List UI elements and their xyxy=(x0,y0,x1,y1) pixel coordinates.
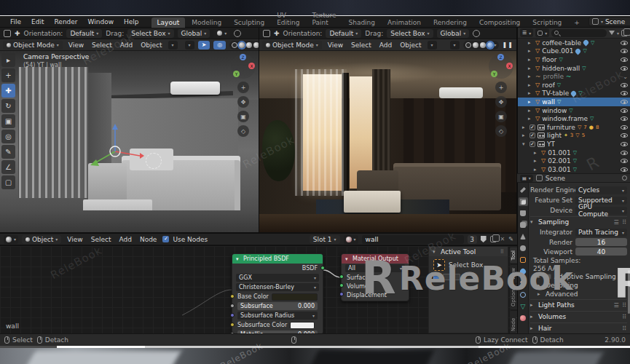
tab-object-data-properties[interactable]: ▽ xyxy=(519,302,528,311)
viewport-right[interactable]: ✚ Orientation: Default▾ Drag: Select Box… xyxy=(259,28,517,233)
shader-node-canvas[interactable]: ▾Principled BSDF BSDF GGX▾ Christensen-B… xyxy=(0,246,517,333)
subsurface-socket[interactable] xyxy=(230,304,235,308)
subsurface-color-swatch[interactable] xyxy=(290,322,315,329)
expand-icon[interactable]: ▸ xyxy=(528,66,533,71)
expand-icon[interactable]: ▸ xyxy=(534,158,539,164)
render-samples-field[interactable]: 16 xyxy=(575,238,627,246)
fake-user-icon[interactable] xyxy=(481,236,487,242)
tab-tool[interactable]: Tool xyxy=(510,248,517,264)
rendered-shading-icon[interactable] xyxy=(487,42,493,48)
menu-view[interactable]: View xyxy=(65,236,84,243)
tab-sculpting[interactable]: Sculpting xyxy=(228,17,270,28)
subsurface-method-dropdown[interactable]: Christensen-Burley▾ xyxy=(236,283,319,291)
scene-selector[interactable]: ▾ Scene ✕ xyxy=(588,17,630,26)
hide-toggle[interactable] xyxy=(621,41,628,45)
node-header[interactable]: ▾Principled BSDF xyxy=(232,254,323,264)
slot-dropdown[interactable]: Slot 1▾ xyxy=(310,235,340,244)
collection-checkbox[interactable]: ✓ xyxy=(529,124,535,130)
transform-orientation-chip[interactable]: ▾ xyxy=(428,41,437,50)
zoom-button[interactable]: + xyxy=(237,82,249,93)
material-shading-icon[interactable] xyxy=(246,42,252,48)
expand-icon[interactable]: ▸ xyxy=(528,82,533,88)
wireframe-shading-icon[interactable] xyxy=(465,42,471,48)
hair-panel-header[interactable]: ▸Hair ⠿ xyxy=(530,323,627,333)
menu-select[interactable]: Select xyxy=(349,41,374,49)
pan-button[interactable]: ✥ xyxy=(237,96,249,108)
subsurface-radius-socket[interactable] xyxy=(230,313,235,317)
rotate-tool[interactable]: ↻ xyxy=(1,99,15,113)
base-color-swatch[interactable] xyxy=(272,293,318,301)
expand-icon[interactable]: ▸ xyxy=(528,74,533,79)
move-tool[interactable]: ✚ xyxy=(1,84,15,98)
outliner-item-cube-001[interactable]: ▸▽ Cube.001 ▽ xyxy=(518,47,630,56)
outliner-item-01-001[interactable]: ▸▽ 01.001 ▽ xyxy=(518,149,630,157)
viewport-render-canvas[interactable]: X Y Z + ✥ ▣ ◇ xyxy=(259,51,516,232)
tab-texture-paint[interactable]: Texture Paint xyxy=(307,10,342,28)
drag-dropdown[interactable]: Select Box▾ xyxy=(387,29,433,38)
scale-tool[interactable]: ▣ xyxy=(1,114,15,128)
expand-icon[interactable]: ▸ xyxy=(528,57,533,63)
menu-object[interactable]: Object xyxy=(138,41,164,49)
hide-toggle[interactable] xyxy=(621,167,628,172)
panel-options-icon[interactable]: ⠿ xyxy=(622,314,627,320)
menu-node[interactable]: Node xyxy=(138,236,160,243)
camera-view-button[interactable]: ▣ xyxy=(237,111,249,122)
subsurface-color-socket[interactable] xyxy=(230,323,235,327)
collapse-icon[interactable]: ▾ xyxy=(522,141,527,147)
subsurface-radius-dropdown[interactable]: Subsurface Radius▾ xyxy=(237,312,318,320)
outliner-item-roof[interactable]: ▸▽ roof ▽ xyxy=(518,81,630,90)
visibility-dropdown[interactable]: ▾ xyxy=(185,41,194,50)
tab-tool-properties[interactable] xyxy=(519,186,528,194)
material-shading-icon[interactable] xyxy=(480,42,486,48)
gizmo-toggle[interactable]: ➤ xyxy=(198,41,210,50)
volume-socket[interactable] xyxy=(339,283,344,288)
overlays-toggle[interactable]: ◎ xyxy=(213,41,226,50)
hide-toggle[interactable] xyxy=(621,49,628,53)
panel-options-icon[interactable]: ⠿ xyxy=(622,325,627,332)
proportional-edit-icon[interactable] xyxy=(234,30,241,37)
outliner-item-wall-selected[interactable]: ▸▽ wall ▽ xyxy=(518,98,630,106)
annotate-tool[interactable]: ✎ xyxy=(1,145,15,159)
hide-toggle[interactable] xyxy=(621,100,628,104)
shader-type-dropdown[interactable]: Object▾ xyxy=(22,235,61,244)
editor-type-dropdown[interactable]: ▾ xyxy=(4,235,18,244)
select-subtract-button[interactable] xyxy=(452,274,460,280)
tab-animation[interactable]: Animation xyxy=(382,17,427,28)
material-browse-dropdown[interactable]: ▾ xyxy=(344,235,358,244)
axis-gizmo[interactable]: X Y Z xyxy=(231,54,256,79)
new-collection-icon[interactable] xyxy=(621,30,628,36)
orientation-dropdown[interactable]: Default▾ xyxy=(66,29,102,38)
move-gizmo[interactable] xyxy=(86,122,144,181)
subsurface-slider[interactable]: Subsurface0.000 xyxy=(237,302,318,310)
transform-orientation-chip[interactable]: ▾ xyxy=(168,41,178,50)
tab-view-layer-properties[interactable] xyxy=(519,221,528,229)
hide-toggle[interactable] xyxy=(621,133,628,138)
render-engine-dropdown[interactable]: Cycles▾ xyxy=(575,186,627,194)
wireframe-shading-icon[interactable] xyxy=(232,42,237,48)
tab-modeling[interactable]: Modeling xyxy=(186,17,227,28)
tab-shading[interactable]: Shading xyxy=(342,17,381,28)
bsdf-output-socket[interactable] xyxy=(320,266,325,270)
outliner-item-tv-table[interactable]: ▸▽ TV-table ▽ xyxy=(518,90,630,98)
menu-select[interactable]: Select xyxy=(90,41,114,49)
menu-edit[interactable]: Edit xyxy=(28,17,47,26)
proportional-edit-icon[interactable] xyxy=(473,30,480,37)
expand-icon[interactable]: ▸ xyxy=(522,124,527,130)
outliner-collection-light[interactable]: ▸✓ light ✦3 ▽5 xyxy=(518,132,630,141)
hide-toggle[interactable] xyxy=(621,66,628,71)
tab-object-properties[interactable] xyxy=(519,256,528,264)
hide-toggle[interactable] xyxy=(621,142,628,146)
measure-tool[interactable]: ∠ xyxy=(1,160,15,174)
viewport-left[interactable]: ✚ Orientation: Default▾ Drag: Select Box… xyxy=(0,28,259,233)
outliner-item-window[interactable]: ▸▽ window ▽ xyxy=(518,106,630,115)
adaptive-sampling-row[interactable]: ▸ Adaptive Sampling xyxy=(530,272,627,281)
panel-options-icon[interactable]: ☰ ⠿ xyxy=(613,302,627,309)
volumes-panel-header[interactable]: ▸Volumes ⠿ xyxy=(530,311,627,322)
menu-add[interactable]: Add xyxy=(377,41,394,49)
pin-icon[interactable]: ✎ xyxy=(508,236,513,242)
drag-dropdown[interactable]: Select Box▾ xyxy=(127,29,173,38)
hide-toggle[interactable] xyxy=(621,83,628,87)
tab-world-properties[interactable] xyxy=(519,244,528,253)
menu-view[interactable]: View xyxy=(66,41,86,49)
tab-view[interactable]: View xyxy=(510,265,517,283)
